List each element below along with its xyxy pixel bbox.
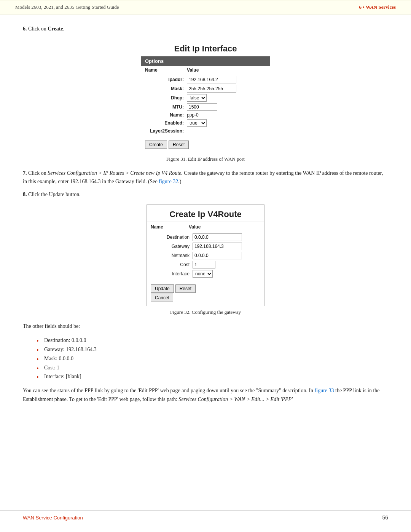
form-row-gateway: Gateway — [151, 243, 260, 250]
step6-bold: Create — [48, 26, 63, 32]
edit-ip-interface-title: Edit Ip Interface — [141, 39, 270, 56]
input-gateway[interactable] — [193, 243, 242, 250]
footer-left: WAN Service Configuration — [23, 515, 83, 521]
label-gateway: Gateway — [151, 244, 193, 249]
form-row-mask: Mask: — [145, 85, 266, 93]
reset-button-1[interactable]: Reset — [169, 141, 189, 149]
label-destination: Destination — [151, 235, 193, 240]
input-mtu[interactable] — [187, 103, 217, 111]
update-button[interactable]: Update — [151, 284, 174, 293]
input-destination[interactable] — [193, 233, 242, 241]
create-ip-v4route-figure: Create Ip V4Route Name Value Destination… — [23, 204, 388, 315]
figure31-caption: Figure 31. Edit IP address of WAN port — [166, 156, 245, 162]
body-paragraph: You can see the status of the PPP link b… — [23, 387, 388, 404]
header-bar: Models 2603, 2621, and 2635 Getting Star… — [0, 0, 411, 14]
label-interface: Interface — [151, 271, 193, 276]
v4route-form-table: Destination Gateway Netmask Cost — [147, 230, 264, 282]
figure33-link[interactable]: figure 33 — [315, 388, 334, 393]
value-name: ppp-0 — [187, 112, 266, 118]
label-layer2session: Layer2Session: — [145, 128, 187, 134]
create-ip-v4route-panel: Create Ip V4Route Name Value Destination… — [147, 204, 264, 306]
v4route-col-name: Name — [151, 224, 189, 230]
form-row-mtu: MTU: — [145, 103, 266, 111]
v4route-buttons-row1: Update Reset — [151, 284, 196, 293]
list-item-destination: Destination: 0.0.0.0 — [38, 336, 388, 345]
form-row-cost: Cost — [151, 261, 260, 268]
input-netmask[interactable] — [193, 252, 242, 259]
label-ipaddr: Ipaddr: — [145, 77, 187, 82]
label-enabled: Enabled: — [145, 120, 187, 126]
edit-ip-interface-figure: Edit Ip Interface Options Name Value Ipa… — [23, 39, 388, 162]
label-dhcp: Dhcp: — [145, 95, 187, 101]
edit-ip-buttons: Create Reset — [141, 138, 270, 153]
select-dhcp[interactable]: false true — [187, 94, 207, 102]
label-name: Name: — [145, 112, 187, 118]
label-cost: Cost — [151, 262, 193, 267]
label-netmask: Netmask — [151, 253, 193, 258]
form-row-layer2session: Layer2Session: — [145, 128, 266, 134]
page-footer: WAN Service Configuration 56 — [0, 510, 411, 521]
main-content: 6. Click on Create. Edit Ip Interface Op… — [0, 14, 411, 432]
form-row-ipaddr: Ipaddr: — [145, 76, 266, 83]
create-ip-v4route-title: Create Ip V4Route — [147, 205, 264, 222]
form-row-name: Name: ppp-0 — [145, 112, 266, 118]
other-fields-header: The other fields should be: — [23, 322, 388, 331]
col-value-header: Value — [187, 67, 199, 73]
figure32-link[interactable]: figure 32 — [159, 179, 178, 184]
form-row-dhcp: Dhcp: false true — [145, 94, 266, 102]
header-left: Models 2603, 2621, and 2635 Getting Star… — [15, 4, 119, 10]
footer-right: 56 — [382, 514, 388, 521]
input-cost[interactable] — [193, 261, 215, 268]
label-mtu: MTU: — [145, 104, 187, 110]
list-item-cost: Cost: 1 — [38, 363, 388, 372]
bullet-list: Destination: 0.0.0.0 Gateway: 192.168.16… — [38, 336, 388, 381]
label-mask: Mask: — [145, 86, 187, 91]
step8-text: 8. Click the Update button. — [23, 192, 388, 198]
header-right: 6 • WAN Services — [359, 4, 396, 10]
form-row-destination: Destination — [151, 233, 260, 241]
step7-text: 7. Click on Services Configuration > IP … — [23, 169, 388, 186]
edit-ip-form-table: Ipaddr: Mask: Dhcp: false true — [141, 73, 270, 138]
select-enabled[interactable]: true false — [187, 119, 207, 127]
col-name-header: Name — [145, 67, 187, 73]
col-headers: Name Value — [141, 66, 270, 73]
select-interface[interactable]: none — [193, 270, 213, 278]
create-button[interactable]: Create — [145, 141, 167, 149]
v4route-buttons-row2: Cancel — [151, 294, 173, 302]
v4route-col-value: Value — [189, 224, 201, 230]
input-ipaddr[interactable] — [187, 76, 236, 83]
form-row-interface: Interface none — [151, 270, 260, 278]
form-row-enabled: Enabled: true false — [145, 119, 266, 127]
list-item-gateway: Gateway: 192.168.164.3 — [38, 345, 388, 354]
v4route-col-headers: Name Value — [147, 222, 264, 230]
list-item-mask: Mask: 0.0.0.0 — [38, 354, 388, 363]
figure32-caption: Figure 32. Configuring the gateway — [170, 309, 241, 315]
step6-text: 6. Click on Create. — [23, 26, 388, 32]
options-section-header: Options — [141, 56, 270, 66]
v4route-buttons: Update Reset Cancel — [147, 282, 264, 306]
input-mask[interactable] — [187, 85, 236, 93]
edit-ip-interface-panel: Edit Ip Interface Options Name Value Ipa… — [141, 39, 270, 153]
list-item-interface: Interface: [blank] — [38, 372, 388, 381]
reset-button-2[interactable]: Reset — [175, 284, 196, 293]
form-row-netmask: Netmask — [151, 252, 260, 259]
cancel-button[interactable]: Cancel — [151, 294, 173, 302]
